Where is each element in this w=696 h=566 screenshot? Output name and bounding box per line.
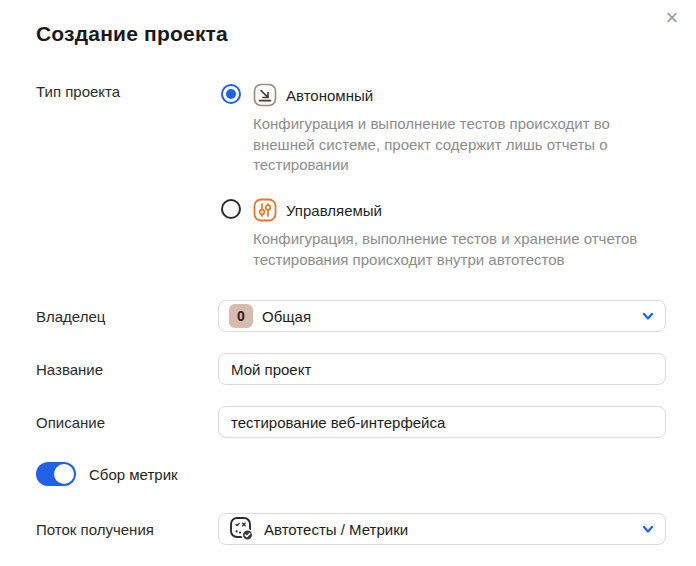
- flow-row: Поток получения Автотесты / Метрики: [36, 513, 666, 545]
- autotests-icon: [229, 516, 255, 542]
- flow-select[interactable]: Автотесты / Метрики: [218, 513, 666, 545]
- owner-select[interactable]: 0 Общая: [218, 300, 666, 332]
- option-autonomous-label: Автономный: [286, 87, 373, 104]
- owner-row: Владелец 0 Общая: [36, 300, 666, 332]
- description-row: Описание: [36, 406, 666, 438]
- option-managed[interactable]: Управляемый Конфигурация, выполнение тес…: [218, 198, 666, 270]
- owner-count-badge: 0: [229, 304, 253, 328]
- name-row: Название: [36, 353, 666, 385]
- metrics-row: Сбор метрик: [36, 462, 666, 486]
- project-type-options: Автономный Конфигурация и выполнение тес…: [218, 83, 666, 270]
- description-input[interactable]: [218, 406, 666, 438]
- description-label: Описание: [36, 414, 218, 431]
- toggle-knob: [54, 464, 74, 484]
- page-title: Создание проекта: [36, 22, 666, 46]
- metrics-label: Сбор метрик: [89, 466, 178, 483]
- import-tray-icon: [253, 83, 277, 107]
- chevron-down-icon: [641, 309, 655, 323]
- flow-label: Поток получения: [36, 521, 218, 538]
- option-managed-label: Управляемый: [286, 202, 382, 219]
- sliders-icon: [253, 198, 277, 222]
- owner-label: Владелец: [36, 308, 218, 325]
- option-autonomous-description: Конфигурация и выполнение тестов происхо…: [253, 114, 666, 176]
- radio-managed[interactable]: [221, 199, 241, 219]
- option-autonomous[interactable]: Автономный Конфигурация и выполнение тес…: [218, 83, 666, 176]
- name-input[interactable]: [218, 353, 666, 385]
- flow-value: Автотесты / Метрики: [264, 521, 408, 538]
- radio-autonomous[interactable]: [221, 84, 241, 104]
- project-type-row: Тип проекта Автономный: [36, 83, 666, 270]
- create-project-dialog: × Создание проекта Тип проекта: [0, 0, 696, 566]
- owner-value: Общая: [262, 308, 311, 325]
- metrics-toggle[interactable]: [36, 462, 76, 486]
- name-label: Название: [36, 361, 218, 378]
- close-icon[interactable]: ×: [658, 4, 686, 32]
- chevron-down-icon: [641, 522, 655, 536]
- project-type-label: Тип проекта: [36, 83, 218, 100]
- option-managed-description: Конфигурация, выполнение тестов и хранен…: [253, 229, 666, 270]
